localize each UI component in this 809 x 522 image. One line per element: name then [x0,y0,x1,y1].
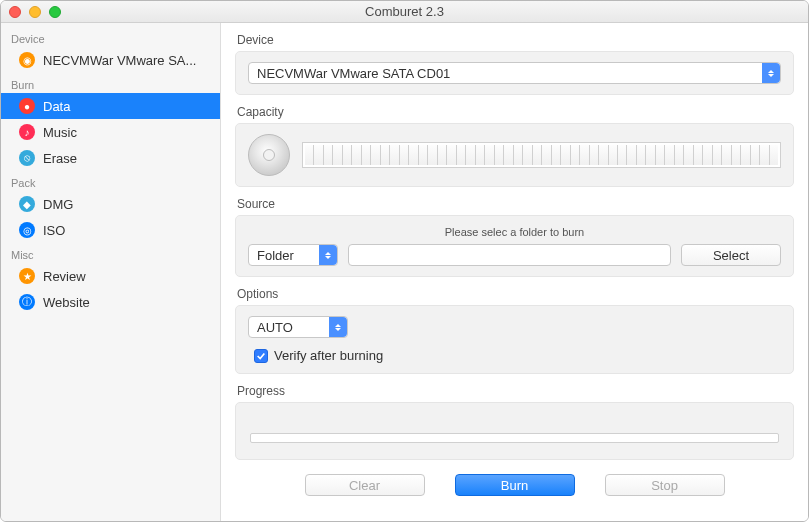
sidebar-group-misc: Misc [1,243,220,263]
verify-label: Verify after burning [274,348,383,363]
source-path-input[interactable] [348,244,671,266]
chevron-updown-icon [762,63,780,83]
progress-section-label: Progress [237,384,794,398]
disc-icon [248,134,290,176]
source-type-value: Folder [257,248,294,263]
window-title: Comburet 2.3 [1,4,808,19]
sidebar-item-label: Review [43,269,86,284]
button-label: Burn [501,478,528,493]
zoom-icon[interactable] [49,6,61,18]
progress-bar [250,433,779,443]
sidebar-group-device: Device [1,27,220,47]
source-section-label: Source [237,197,794,211]
source-hint: Please selec a folder to burn [248,226,781,238]
close-icon[interactable] [9,6,21,18]
device-select-value: NECVMWar VMware SATA CD01 [257,66,450,81]
sidebar-group-burn: Burn [1,73,220,93]
capacity-meter [302,142,781,168]
website-icon: ⓘ [19,294,35,310]
sidebar-item-label: Erase [43,151,77,166]
main-content: Device NECVMWar VMware SATA CD01 Capacit… [221,23,808,521]
sidebar-item-label: Data [43,99,70,114]
button-label: Stop [651,478,678,493]
sidebar-group-pack: Pack [1,171,220,191]
button-label: Clear [349,478,380,493]
burn-mode-value: AUTO [257,320,293,335]
app-window: Comburet 2.3 Device ◉ NECVMWar VMware SA… [0,0,809,522]
iso-icon: ◎ [19,222,35,238]
sidebar-item-label: NECVMWar VMware SA... [43,53,196,68]
sidebar-item-erase[interactable]: ⦸ Erase [1,145,220,171]
chevron-updown-icon [329,317,347,337]
review-icon: ★ [19,268,35,284]
stop-button[interactable]: Stop [605,474,725,496]
sidebar-item-label: Music [43,125,77,140]
music-icon: ♪ [19,124,35,140]
sidebar-item-label: Website [43,295,90,310]
sidebar: Device ◉ NECVMWar VMware SA... Burn ● Da… [1,23,221,521]
source-type-select[interactable]: Folder [248,244,338,266]
burn-button[interactable]: Burn [455,474,575,496]
sidebar-item-label: ISO [43,223,65,238]
window-controls [9,6,61,18]
data-icon: ● [19,98,35,114]
sidebar-item-dmg[interactable]: ◆ DMG [1,191,220,217]
capacity-section-label: Capacity [237,105,794,119]
sidebar-item-device[interactable]: ◉ NECVMWar VMware SA... [1,47,220,73]
verify-checkbox[interactable] [254,349,268,363]
erase-icon: ⦸ [19,150,35,166]
sidebar-item-review[interactable]: ★ Review [1,263,220,289]
device-select[interactable]: NECVMWar VMware SATA CD01 [248,62,781,84]
select-button[interactable]: Select [681,244,781,266]
device-panel: NECVMWar VMware SATA CD01 [235,51,794,95]
source-panel: Please selec a folder to burn Folder Sel… [235,215,794,277]
burn-mode-select[interactable]: AUTO [248,316,348,338]
device-icon: ◉ [19,52,35,68]
button-label: Select [713,248,749,263]
sidebar-item-iso[interactable]: ◎ ISO [1,217,220,243]
titlebar: Comburet 2.3 [1,1,808,23]
capacity-panel [235,123,794,187]
chevron-updown-icon [319,245,337,265]
sidebar-item-data[interactable]: ● Data [1,93,220,119]
minimize-icon[interactable] [29,6,41,18]
sidebar-item-website[interactable]: ⓘ Website [1,289,220,315]
progress-panel [235,402,794,460]
options-section-label: Options [237,287,794,301]
dmg-icon: ◆ [19,196,35,212]
clear-button[interactable]: Clear [305,474,425,496]
sidebar-item-label: DMG [43,197,73,212]
device-section-label: Device [237,33,794,47]
sidebar-item-music[interactable]: ♪ Music [1,119,220,145]
options-panel: AUTO Verify after burning [235,305,794,374]
action-buttons: Clear Burn Stop [235,474,794,496]
